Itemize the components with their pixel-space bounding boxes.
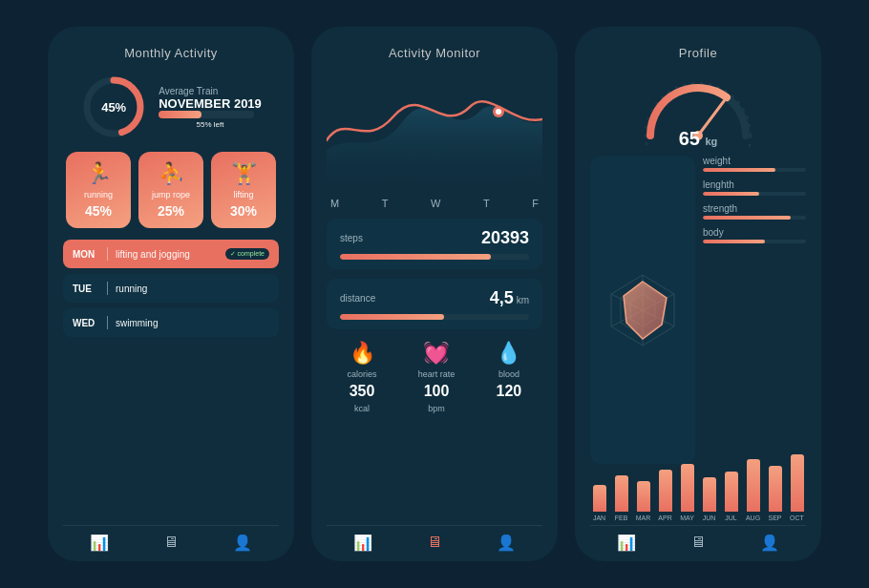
bars-row: JAN FEB MAR APR MAY JUN JUL AUG SEP OCT [590, 464, 806, 521]
stat-weight-fill [703, 168, 775, 172]
activity-mon: lifting and jogging [116, 249, 218, 260]
phone-profile: Profile [575, 27, 821, 561]
progress-percent: 45% [101, 100, 126, 115]
schedule-item-wed[interactable]: WED swimming [63, 308, 279, 337]
stat-weight-label: weight [703, 156, 806, 166]
heartrate-value: 100 [424, 383, 450, 400]
divider [107, 316, 108, 329]
heart-icon: 💓 [423, 341, 449, 366]
bar-month-aug: AUG [746, 514, 760, 521]
distance-bar [340, 314, 529, 320]
train-text: Average Train NOVEMBER 2019 55% left [159, 86, 262, 129]
steps-label: steps [340, 233, 363, 243]
heartrate-unit: bpm [428, 404, 445, 413]
divider [107, 247, 108, 261]
bar-fill-jun [703, 477, 716, 512]
complete-badge: ✓ complete [225, 248, 269, 260]
distance-label: distance [340, 293, 375, 304]
steps-bar [340, 254, 529, 260]
calories-unit: kcal [354, 404, 370, 413]
bar-fill-jul [725, 472, 738, 512]
jumprope-icon: ⛹ [159, 161, 184, 186]
profile-bottom: weight lenghth strength [590, 156, 806, 464]
svg-point-3 [496, 109, 501, 115]
day-mon: MON [73, 249, 99, 260]
bar-item-aug: AUG [744, 459, 762, 521]
bar-item-mar: MAR [634, 481, 652, 521]
stat-length: lenghth [703, 179, 806, 196]
weight-value: 65 kg [679, 128, 718, 150]
activity-card-running[interactable]: 🏃 running 45% [66, 152, 131, 228]
phone-activity-monitor: Activity Monitor [311, 27, 558, 561]
month-progress-bar [159, 111, 254, 118]
nav-chart-icon2[interactable]: 📊 [353, 534, 372, 552]
bottom-nav-1: 📊 🖥 👤 [63, 525, 279, 552]
steps-value: 20393 [481, 228, 529, 248]
calories-label: calories [348, 369, 377, 379]
phone1-title: Monthly Activity [124, 46, 218, 60]
bar-month-mar: MAR [636, 514, 651, 521]
week-labels: M T W T F [327, 198, 542, 209]
calories-stat: 🔥 calories 350 kcal [348, 341, 377, 413]
bar-month-jan: JAN [593, 514, 605, 521]
bar-month-sep: SEP [768, 514, 781, 521]
day-t2: T [483, 198, 490, 209]
lifting-icon: 🏋 [231, 161, 257, 186]
activity-wed: swimming [116, 318, 269, 328]
day-wed: WED [73, 318, 99, 328]
train-label: Average Train [159, 86, 262, 96]
nav-chart-icon3[interactable]: 📊 [617, 534, 636, 552]
stat-strength: strength [703, 203, 806, 220]
nav-monitor-icon[interactable]: 🖥 [163, 534, 179, 552]
bar-month-apr: APR [658, 514, 671, 521]
stat-weight-bar [703, 168, 806, 172]
train-month: NOVEMBER 2019 [159, 96, 262, 111]
distance-fill [340, 314, 444, 320]
activity-card-jumprope[interactable]: ⛹ jump rope 25% [138, 152, 203, 228]
running-icon: 🏃 [86, 161, 112, 186]
phone3-title: Profile [679, 46, 717, 60]
nav-user-icon[interactable]: 👤 [233, 534, 252, 552]
bar-item-feb: FEB [612, 475, 630, 521]
day-f: F [532, 198, 539, 209]
bar-month-may: MAY [680, 514, 694, 521]
schedule-item-tue[interactable]: TUE running [63, 274, 279, 303]
nav-monitor-icon3[interactable]: 🖥 [690, 534, 706, 552]
bar-item-jan: JAN [590, 485, 608, 521]
nav-monitor-icon2[interactable]: 🖥 [427, 534, 442, 552]
bottom-nav-3: 📊 🖥 👤 [590, 525, 806, 552]
lifting-label: lifting [233, 190, 253, 200]
schedule-item-mon[interactable]: MON lifting and jogging ✓ complete [63, 240, 279, 268]
distance-header: distance 4,5 km [340, 288, 529, 308]
bar-item-oct: OCT [788, 454, 806, 521]
phone-monthly-activity: Monthly Activity 45% Average Train NOVEM… [48, 27, 294, 561]
nav-chart-icon[interactable]: 📊 [90, 534, 109, 552]
running-value: 45% [85, 203, 112, 219]
heartrate-label: heart rate [418, 369, 456, 379]
steps-fill [340, 254, 491, 260]
bar-item-jul: JUL [722, 472, 740, 521]
bar-fill-apr [659, 470, 672, 512]
activity-cards: 🏃 running 45% ⛹ jump rope 25% 🏋 lifting … [66, 152, 276, 228]
nav-user-icon2[interactable]: 👤 [497, 534, 516, 552]
bar-item-may: MAY [678, 464, 696, 521]
activity-card-lifting[interactable]: 🏋 lifting 30% [211, 152, 276, 228]
blood-icon: 💧 [496, 341, 521, 366]
svg-marker-16 [624, 282, 667, 339]
progress-remaining: 55% left [159, 120, 262, 129]
radar-section [590, 156, 695, 464]
month-progress-fill [159, 111, 201, 118]
fire-icon: 🔥 [350, 341, 375, 366]
heartrate-stat: 💓 heart rate 100 bpm [418, 341, 456, 413]
stat-strength-label: strength [703, 203, 806, 214]
metrics-section: steps 20393 distance 4,5 km [327, 219, 542, 329]
circular-progress: 45% [80, 74, 147, 140]
bar-fill-jan [593, 485, 606, 512]
day-t1: T [382, 198, 389, 209]
bar-month-jul: JUL [725, 514, 736, 521]
stat-body-fill [703, 240, 765, 243]
activity-chart [327, 74, 542, 188]
monthly-chart: JAN FEB MAR APR MAY JUN JUL AUG SEP OCT [590, 464, 806, 525]
nav-user-icon3[interactable]: 👤 [760, 534, 779, 552]
jumprope-label: jump rope [152, 190, 190, 200]
